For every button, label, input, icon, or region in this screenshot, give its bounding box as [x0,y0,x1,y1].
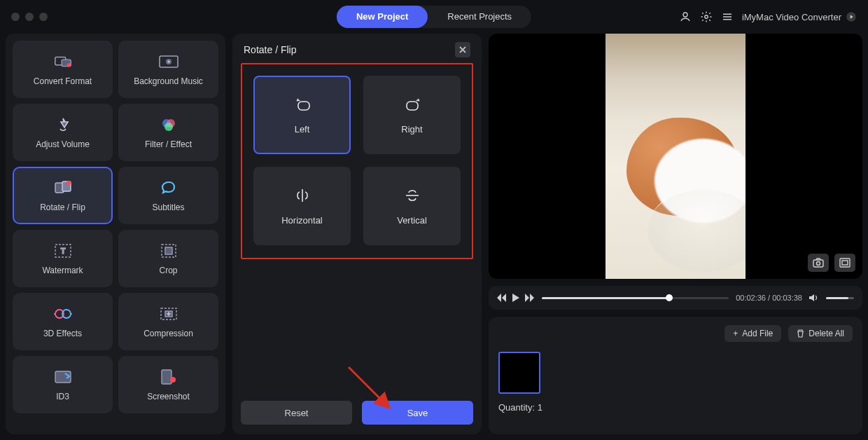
convert-format-icon [52,53,74,71]
trash-icon [797,329,804,338]
rotate-options-highlight: Left Right Horizontal [241,63,473,259]
window-zoom[interactable] [39,13,48,21]
svg-rect-27 [407,102,418,110]
file-queue-panel: + Add File Delete All Quantity: 1 [489,317,862,434]
tool-crop[interactable]: Crop [118,230,218,287]
flip-vertical-icon [402,187,422,204]
crop-icon [158,242,179,260]
play-button[interactable] [512,294,519,302]
tool-label: Crop [159,266,177,275]
window-minimize[interactable] [25,13,34,21]
rotate-flip-icon [52,179,74,197]
fullscreen-button[interactable] [834,254,855,272]
svg-point-5 [66,63,71,67]
tab-new-project[interactable]: New Project [337,6,428,28]
svg-point-8 [167,61,169,63]
option-label: Left [295,124,310,135]
tool-convert-format[interactable]: Convert Format [13,41,113,98]
volume-icon[interactable] [809,294,819,302]
play-badge-icon [846,11,857,22]
tool-label: Rotate / Flip [40,202,85,212]
tool-id3[interactable]: ID3 [13,356,113,413]
plus-icon: + [733,329,738,338]
svg-rect-31 [840,259,850,267]
tool-label: Watermark [42,266,83,275]
tool-label: Convert Format [34,76,92,86]
timecode: 00:02:36 / 00:03:38 [736,294,802,302]
3d-effects-icon [52,305,74,323]
svg-point-1 [705,15,708,19]
next-button[interactable] [525,294,535,302]
tool-label: Adjust Volume [36,139,90,149]
titlebar: New Project Recent Projects iMyMac Video… [0,0,868,34]
background-music-icon [158,53,179,71]
tool-compression[interactable]: Compression [118,293,218,350]
svg-point-11 [164,123,173,131]
svg-point-30 [817,262,820,266]
close-panel-button[interactable] [455,42,470,57]
tool-label: Background Music [134,76,203,86]
svg-point-0 [683,13,687,17]
tool-3d-effects[interactable]: 3D Effects [13,293,113,350]
tool-adjust-volume[interactable]: Adjust Volume [13,104,113,161]
tool-label: Screenshot [147,392,190,401]
player-controls: 00:02:36 / 00:03:38 [489,286,862,310]
tool-label: Compression [144,329,193,338]
option-label: Vertical [397,215,427,226]
app-name: iMyMac Video Converter [742,12,841,22]
account-icon[interactable] [679,11,692,23]
filter-effect-icon [158,116,179,134]
tool-filter-effect[interactable]: Filter / Effect [118,104,218,161]
watermark-icon: T [52,242,74,260]
option-label: Horizontal [281,215,323,226]
svg-point-25 [170,377,176,383]
tool-label: Subtitles [152,202,184,212]
svg-rect-18 [165,247,172,254]
window-close[interactable] [11,13,20,21]
menu-icon[interactable] [721,11,734,23]
settings-icon[interactable] [700,11,713,23]
delete-all-button[interactable]: Delete All [788,325,853,342]
flip-horizontal-option[interactable]: Horizontal [253,167,351,245]
id3-icon [52,368,74,386]
volume-slider[interactable] [826,297,854,299]
screenshot-icon [158,368,179,386]
svg-rect-24 [162,370,172,384]
flip-horizontal-icon [293,187,312,204]
add-file-button[interactable]: + Add File [724,325,781,342]
tool-label: 3D Effects [43,329,82,338]
compression-icon [158,305,179,323]
svg-rect-26 [298,102,309,110]
option-label: Right [401,124,422,135]
svg-point-14 [66,181,71,185]
svg-text:T: T [60,247,65,255]
rotate-right-icon [402,96,422,113]
tool-subtitles[interactable]: Subtitles [118,167,218,224]
rotate-right-option[interactable]: Right [363,76,461,154]
svg-rect-32 [842,261,848,265]
tools-sidebar: Convert Format Background Music Adjust V… [6,34,225,434]
project-tabs: New Project Recent Projects [337,6,531,28]
tool-watermark[interactable]: T Watermark [13,230,113,287]
flip-vertical-option[interactable]: Vertical [363,167,461,245]
panel-title: Rotate / Flip [244,44,296,55]
prev-button[interactable] [497,294,507,302]
subtitles-icon [158,179,179,197]
preview-frame [606,34,746,279]
tool-screenshot[interactable]: Screenshot [118,356,218,413]
snapshot-button[interactable] [808,254,829,272]
reset-button[interactable]: Reset [241,401,352,425]
video-preview [489,34,862,279]
rotate-left-icon [293,96,312,113]
save-button[interactable]: Save [362,401,473,425]
progress-bar[interactable] [542,297,729,299]
tab-recent-projects[interactable]: Recent Projects [428,6,531,28]
adjust-volume-icon [52,116,74,134]
queue-thumbnail[interactable] [498,352,540,394]
rotate-left-option[interactable]: Left [253,76,351,154]
tool-rotate-flip[interactable]: Rotate / Flip [13,167,113,224]
tool-background-music[interactable]: Background Music [118,41,218,98]
svg-rect-29 [813,260,823,267]
window-controls [11,13,48,21]
tool-label: Filter / Effect [145,139,192,149]
